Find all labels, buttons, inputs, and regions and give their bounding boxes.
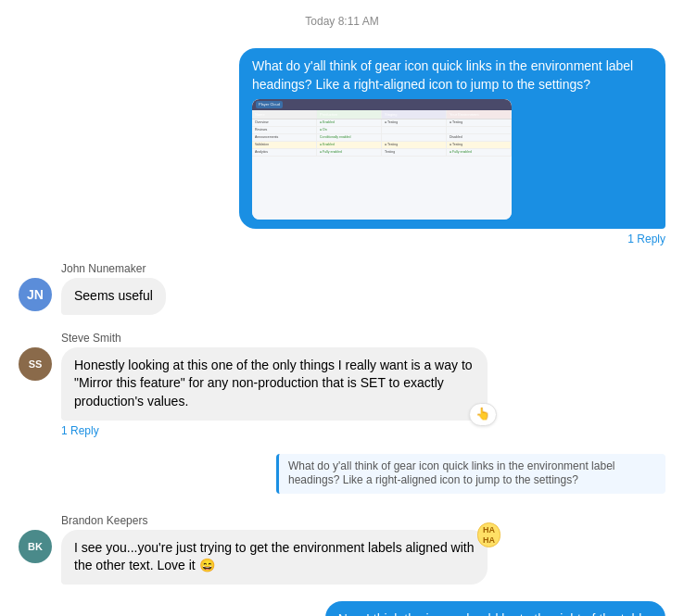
attachment-screenshot: Player Cloud Name Production Staging You… [252, 99, 512, 220]
message-outgoing-1: What do y'all think of gear icon quick l… [19, 48, 665, 245]
bubble-ss1: Honestly looking at this one of the only… [61, 347, 488, 421]
mini-cell-3-0: Announcements [252, 134, 317, 141]
mini-row-2: Reviews ● On [252, 127, 512, 134]
reaction-badge-ss1: 👆 [469, 403, 497, 425]
col-prod: Production [317, 110, 382, 119]
mini-cell-1-1: ● Enabled [317, 119, 382, 126]
mini-row-5: Analytics ● Fully enabled Testing ● Full… [252, 149, 512, 157]
mini-cell-5-1: ● Fully enabled [317, 149, 382, 156]
mini-rows: Overview ● Enabled ● Testing ● Testing R… [252, 119, 512, 220]
mini-cell-4-1: ● Enabled [317, 142, 382, 148]
bubble-bk: I see you...you're just trying to get th… [61, 530, 488, 585]
message-outgoing-2: No - I think the icons should be to the … [19, 601, 665, 616]
mini-cell-2-1: ● On [317, 127, 382, 133]
mini-cell-2-0: Reviews [252, 127, 317, 133]
mini-row-3: Announcements Conditionally enabled Disa… [252, 134, 512, 142]
col-name: Name [252, 110, 317, 119]
mini-cell-5-3: ● Fully enabled [447, 149, 512, 156]
col-env: Your Environment [447, 110, 512, 119]
avatar-ss1: SS [19, 347, 52, 381]
bubble-text-bk: I see you...you're just trying to get th… [74, 540, 474, 573]
bubble-text-ss1: Honestly looking at this one of the only… [74, 358, 473, 409]
mini-cell-5-0: Analytics [252, 149, 317, 156]
message-incoming-bk: Brandon Keepers BK I see you...you're ju… [19, 514, 665, 585]
mini-cell-3-1: Conditionally enabled [317, 134, 382, 141]
msg-row-jn: JN Seems useful [19, 278, 166, 315]
bubble-2: No - I think the icons should be to the … [325, 601, 665, 616]
message-incoming-jn: John Nunemaker JN Seems useful [19, 262, 665, 315]
msg-row-ss1: SS Honestly looking at this one of the o… [19, 347, 488, 421]
reply-count-ss1[interactable]: 1 Reply [61, 424, 99, 437]
message-outgoing-context: What do y'all think of gear icon quick l… [19, 454, 665, 497]
sender-name-ss1: Steve Smith [61, 332, 121, 345]
avatar-jn: JN [19, 278, 52, 311]
mini-table-cols: Name Production Staging Your Environment [252, 110, 512, 120]
mini-cell-4-0: Validation [252, 142, 317, 148]
mini-table: Player Cloud Name Production Staging You… [252, 99, 512, 220]
bubble-text-2: No - I think the icons should be to the … [338, 611, 652, 616]
mini-cell-2-2 [382, 127, 447, 133]
bubble-text-1: What do y'all think of gear icon quick l… [252, 58, 633, 92]
mini-cell-1-2: ● Testing [382, 119, 447, 126]
mini-cell-2-3 [447, 127, 512, 133]
reply-count-1[interactable]: 1 Reply [627, 233, 665, 245]
mini-row-1: Overview ● Enabled ● Testing ● Testing [252, 119, 512, 127]
bubble-jn: Seems useful [61, 278, 166, 315]
mini-cell-1-0: Overview [252, 119, 317, 126]
reply-context: What do y'all think of gear icon quick l… [276, 454, 665, 494]
message-incoming-ss1: Steve Smith SS Honestly looking at this … [19, 332, 665, 437]
msg-row-bk: BK I see you...you're just trying to get… [19, 530, 488, 585]
timestamp: Today 8:11 AM [19, 15, 665, 28]
sender-name-bk: Brandon Keepers [61, 514, 147, 527]
mini-table-header: Player Cloud [252, 99, 512, 110]
mini-cell-3-2 [382, 134, 447, 141]
mini-row-4: Validation ● Enabled ● Testing ● Testing [252, 142, 512, 149]
mini-cell-4-3: ● Testing [447, 142, 512, 148]
sender-name-jn: John Nunemaker [61, 262, 146, 275]
bubble-1: What do y'all think of gear icon quick l… [239, 48, 665, 229]
logo-box: Player Cloud [256, 101, 283, 108]
mini-cell-1-3: ● Testing [447, 119, 512, 126]
haha-badge-bk: HAHA [477, 522, 500, 548]
avatar-bk: BK [19, 530, 52, 563]
mini-cell-5-2: Testing [382, 149, 447, 156]
mini-cell-3-3: Disabled [447, 134, 512, 141]
col-staging: Staging [382, 110, 447, 119]
chat-container: Today 8:11 AM What do y'all think of gea… [0, 0, 684, 616]
bubble-text-jn: Seems useful [74, 288, 153, 303]
mini-cell-4-2: ● Testing [382, 142, 447, 148]
